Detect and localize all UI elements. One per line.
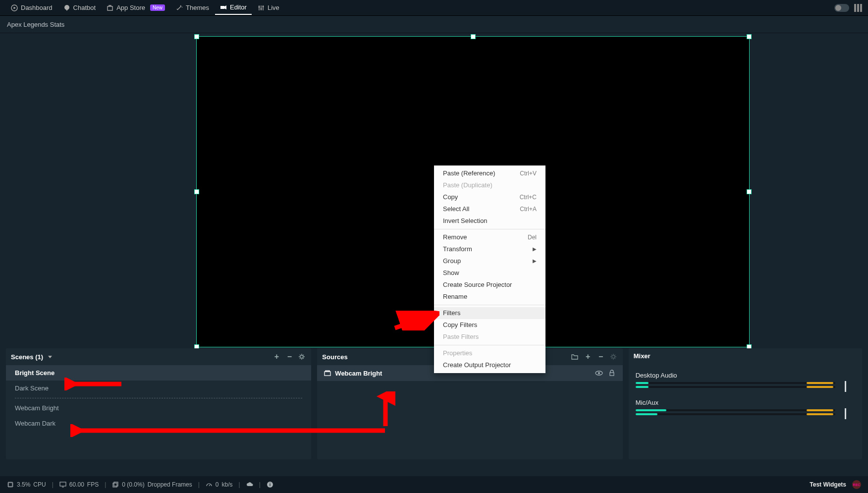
chevron-down-icon[interactable]	[48, 356, 52, 358]
ctx-select-all[interactable]: Select All Ctrl+A	[434, 203, 545, 215]
equalizer-icon	[258, 4, 265, 11]
record-button[interactable]: REC	[852, 480, 861, 489]
scene-settings-button[interactable]	[298, 353, 306, 360]
annotation-arrow-bright-scene	[64, 378, 124, 390]
nav-themes[interactable]: Themes	[171, 1, 214, 14]
svg-rect-16	[610, 373, 614, 376]
desktop-audio-meter[interactable]	[636, 382, 855, 392]
ctx-paste-duplicate: Paste (Duplicate)	[434, 179, 545, 191]
mixer-desktop-label: Desktop Audio	[636, 372, 855, 379]
nav-dashboard[interactable]: Dashboard	[6, 1, 57, 14]
visibility-icon[interactable]	[595, 369, 603, 377]
resize-handle-ml[interactable]	[194, 189, 199, 194]
remove-source-button[interactable]: −	[597, 352, 605, 361]
cpu-percent: 3.5%	[17, 481, 30, 488]
ctx-label: Filters	[443, 309, 460, 318]
status-cloud[interactable]	[246, 481, 253, 488]
svg-rect-20	[114, 482, 118, 486]
status-info[interactable]: i	[267, 481, 273, 488]
scenes-title: Scenes (1)	[11, 353, 43, 361]
ctx-properties: Properties	[434, 347, 545, 359]
mixer-mic-label: Mic/Aux	[636, 399, 855, 406]
rec-label: REC	[853, 483, 861, 487]
nav-editor[interactable]: Editor	[215, 0, 252, 15]
status-bitrate: 0 kb/s	[206, 481, 233, 488]
top-nav: Dashboard Chatbot App Store New Themes	[0, 0, 868, 16]
scene-item-webcam-bright[interactable]: Webcam Bright	[6, 400, 311, 416]
source-settings-button[interactable]	[610, 353, 618, 360]
ctx-create-output-projector[interactable]: Create Output Projector	[434, 359, 545, 371]
layout-columns-icon[interactable]	[854, 4, 862, 12]
ctx-create-source-projector[interactable]: Create Source Projector	[434, 279, 545, 291]
nav-live-label: Live	[268, 4, 279, 11]
ctx-shortcut: Ctrl+V	[520, 169, 537, 178]
ctx-shortcut: Ctrl+A	[520, 205, 537, 214]
nav-chatbot-label: Chatbot	[73, 4, 96, 11]
test-widgets-button[interactable]: Test Widgets	[810, 481, 846, 488]
ctx-label: Paste Filters	[443, 332, 479, 341]
resize-handle-tl[interactable]	[194, 34, 199, 39]
add-scene-button[interactable]: +	[272, 352, 280, 361]
dark-mode-toggle[interactable]	[834, 4, 849, 12]
ctx-rename[interactable]: Rename	[434, 291, 545, 303]
scenes-list: Bright Scene Dark Scene Webcam Bright We…	[6, 365, 311, 459]
ctx-label: Copy Filters	[443, 321, 477, 329]
ctx-show[interactable]: Show	[434, 267, 545, 279]
ctx-remove[interactable]: Remove Del	[434, 231, 545, 243]
folder-button[interactable]	[571, 353, 579, 360]
status-cpu: 3.5% CPU	[7, 481, 46, 488]
mixer-panel: Mixer Desktop Audio Mic/Aux	[629, 348, 862, 459]
ctx-group[interactable]: Group ▶	[434, 255, 545, 267]
cpu-label: CPU	[33, 481, 46, 488]
scenes-panel: Scenes (1) + − Bright Scene Dark Scene W…	[6, 348, 311, 459]
scene-collection-icon	[324, 370, 331, 377]
bitrate-unit: kb/s	[222, 481, 233, 488]
new-badge: New	[150, 4, 165, 11]
chevron-right-icon: ▶	[533, 257, 537, 266]
svg-rect-13	[326, 371, 329, 372]
sources-list: Webcam Bright	[317, 365, 622, 459]
svg-point-9	[262, 5, 264, 7]
ctx-filters[interactable]: Filters	[434, 307, 545, 319]
svg-rect-18	[60, 482, 66, 486]
ctx-label: Remove	[443, 233, 467, 242]
nav-dashboard-label: Dashboard	[21, 4, 53, 11]
ctx-paste-reference[interactable]: Paste (Reference) Ctrl+V	[434, 167, 545, 179]
svg-rect-12	[325, 372, 330, 376]
resize-handle-tm[interactable]	[471, 34, 476, 39]
nav-themes-label: Themes	[186, 4, 209, 11]
ctx-shortcut: Del	[528, 233, 537, 242]
annotation-arrow-filters	[392, 311, 439, 330]
nav-live[interactable]: Live	[253, 1, 284, 14]
lock-icon[interactable]	[608, 369, 616, 377]
scene-item-dark[interactable]: Dark Scene	[6, 381, 311, 396]
nav-appstore[interactable]: App Store New	[102, 1, 170, 14]
subtitle-row: Apex Legends Stats	[0, 16, 868, 33]
scenes-header: Scenes (1) + −	[6, 348, 311, 365]
ctx-label: Invert Selection	[443, 217, 488, 225]
mixer-title: Mixer	[634, 352, 651, 360]
svg-rect-5	[220, 6, 224, 9]
info-icon: i	[267, 481, 273, 488]
nav-editor-label: Editor	[230, 3, 247, 11]
nav-chatbot[interactable]: Chatbot	[58, 1, 101, 14]
remove-scene-button[interactable]: −	[285, 352, 293, 361]
ctx-copy-filters[interactable]: Copy Filters	[434, 319, 545, 331]
svg-point-15	[598, 372, 600, 374]
ctx-invert-selection[interactable]: Invert Selection	[434, 215, 545, 227]
source-label: Webcam Bright	[335, 370, 382, 377]
ctx-copy[interactable]: Copy Ctrl+C	[434, 191, 545, 203]
ctx-label: Paste (Reference)	[443, 169, 495, 178]
add-source-button[interactable]: +	[584, 352, 592, 361]
mic-aux-meter[interactable]	[636, 409, 855, 419]
ctx-transform[interactable]: Transform ▶	[434, 243, 545, 255]
scene-label: Bright Scene	[15, 369, 54, 377]
ctx-separator	[434, 305, 545, 305]
resize-handle-tr[interactable]	[747, 34, 752, 39]
svg-line-24	[395, 315, 434, 328]
scene-label: Webcam Bright	[15, 404, 59, 412]
resize-handle-mr[interactable]	[747, 189, 752, 194]
scene-item-bright[interactable]: Bright Scene	[6, 365, 311, 381]
play-circle-icon	[11, 4, 18, 11]
svg-rect-19	[113, 483, 117, 487]
